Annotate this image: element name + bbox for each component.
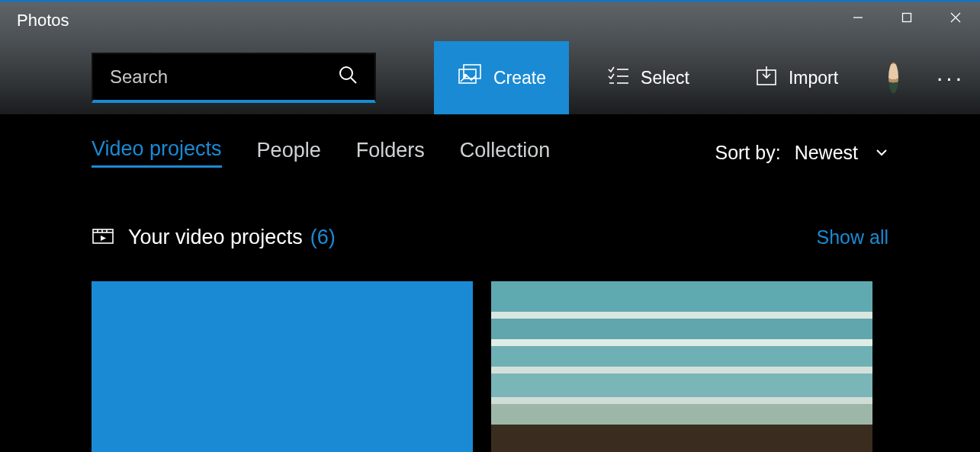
section-title: Your video projects <box>128 226 303 249</box>
chevron-down-icon <box>875 142 888 164</box>
more-icon: ··· <box>937 65 965 90</box>
svg-line-5 <box>351 78 356 83</box>
svg-rect-15 <box>93 229 113 243</box>
sort-group: Sort by: Newest <box>715 142 888 164</box>
content-area: Video projects People Folders Collection… <box>0 114 980 452</box>
import-icon <box>755 64 778 91</box>
create-button[interactable]: Create <box>434 41 569 114</box>
section-header: Your video projects (6) Show all <box>92 226 888 249</box>
create-icon <box>457 63 483 93</box>
sort-dropdown[interactable]: Newest <box>795 142 888 164</box>
import-button[interactable]: Import <box>735 41 858 114</box>
search-box[interactable] <box>92 53 376 103</box>
user-avatar[interactable] <box>888 63 898 93</box>
minimize-icon <box>853 12 863 26</box>
project-cards <box>92 281 888 452</box>
close-icon <box>950 12 961 26</box>
maximize-button[interactable] <box>882 2 931 37</box>
minimize-button[interactable] <box>834 2 882 37</box>
more-button[interactable]: ··· <box>921 65 980 91</box>
section-count: (6) <box>310 226 336 249</box>
svg-point-4 <box>340 67 352 79</box>
close-button[interactable] <box>931 2 980 37</box>
svg-marker-20 <box>101 236 106 241</box>
import-label: Import <box>789 68 838 88</box>
title-bar: Photos <box>0 0 980 41</box>
maximize-icon <box>901 12 912 26</box>
tab-video-projects[interactable]: Video projects <box>92 137 222 168</box>
tabs-row: Video projects People Folders Collection… <box>92 114 888 168</box>
tab-folders[interactable]: Folders <box>356 139 425 167</box>
svg-rect-1 <box>903 14 911 22</box>
project-card[interactable] <box>92 281 473 452</box>
search-input[interactable] <box>110 66 338 88</box>
photos-window: Photos Create <box>0 0 980 452</box>
film-icon <box>92 226 114 249</box>
select-button[interactable]: Select <box>587 41 709 114</box>
app-title: Photos <box>0 2 69 30</box>
sort-label: Sort by: <box>715 142 780 164</box>
create-label: Create <box>493 68 546 88</box>
tab-people[interactable]: People <box>257 139 321 167</box>
toolbar: Create Select Import ··· <box>0 41 980 114</box>
sort-value: Newest <box>795 142 858 164</box>
select-icon <box>607 64 630 91</box>
project-card[interactable] <box>491 281 872 452</box>
show-all-link[interactable]: Show all <box>817 226 889 248</box>
search-icon <box>338 65 358 89</box>
select-label: Select <box>641 68 689 88</box>
tab-collection[interactable]: Collection <box>460 139 551 167</box>
